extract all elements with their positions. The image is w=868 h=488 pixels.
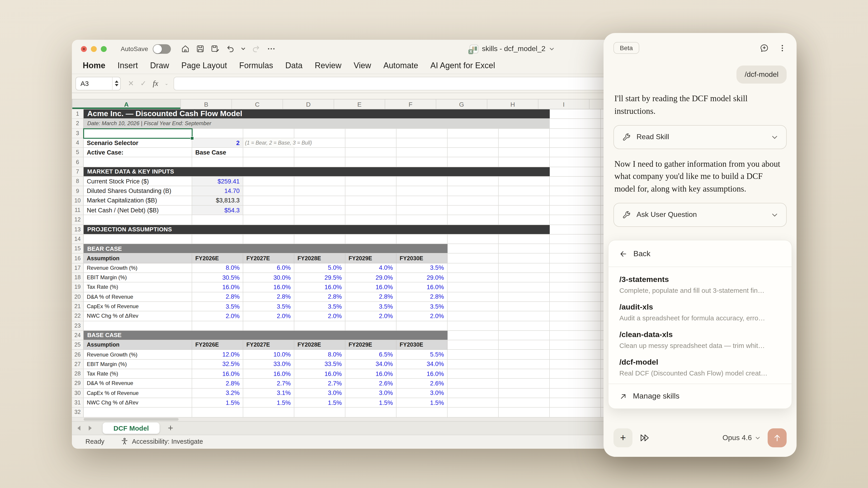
grid-cell[interactable] [447,388,499,398]
grid-cell[interactable] [192,158,243,167]
value-cell[interactable]: 29.0% [345,273,397,283]
value-cell[interactable]: 6.5% [345,350,397,360]
menu-item-view[interactable]: View [353,61,371,70]
grid-cell[interactable] [447,340,499,350]
value-cell[interactable]: 3.0% [397,388,447,398]
grid-cell[interactable] [550,302,601,312]
row-header-6[interactable]: 6 [72,158,84,167]
column-header-H[interactable]: H [487,99,538,109]
label-cell[interactable]: Revenue Growth (%) [84,263,192,273]
row-header-22[interactable]: 22 [72,311,84,321]
grid-cell[interactable] [192,408,243,417]
value-cell[interactable]: 14.70 [192,186,243,196]
manage-skills-button[interactable]: Manage skills [609,384,792,409]
grid-cell[interactable] [499,408,550,417]
skill-item-clean-data-xls[interactable]: /clean-data-xlsClean up messy spreadshee… [619,326,781,353]
grid-cell[interactable] [345,408,397,417]
row-header-18[interactable]: 18 [72,273,84,283]
grid-cell[interactable] [294,234,345,244]
grid-cell[interactable] [447,398,499,408]
label-cell[interactable]: Current Stock Price ($) [84,177,192,186]
note-cell[interactable]: (1 = Bear, 2 = Base, 3 = Bull) [243,138,294,148]
assumption-header-cell[interactable]: FY2029E [345,254,397,263]
column-header-B[interactable]: B [181,99,232,109]
row-header-7[interactable]: 7 [72,167,84,177]
grid-cell[interactable] [447,273,499,283]
grid-cell[interactable] [243,234,294,244]
value-cell[interactable]: 2.0% [397,311,447,321]
value-cell[interactable]: 34.0% [397,359,447,369]
grid-cell[interactable] [550,205,601,215]
grid-cell[interactable] [550,138,601,148]
grid-cell[interactable] [243,158,294,167]
grid-cell[interactable] [550,129,601,138]
assumption-header-cell[interactable]: FY2026E [192,340,243,350]
row-header-11[interactable]: 11 [72,205,84,215]
assumption-header-cell[interactable]: FY2027E [243,340,294,350]
value-cell[interactable]: 34.0% [345,359,397,369]
grid-cell[interactable] [499,292,550,302]
grid-cell[interactable] [447,379,499,389]
value-cell[interactable]: 3.0% [294,388,345,398]
label-cell[interactable]: Tax Rate (%) [84,369,192,379]
row-header-4[interactable]: 4 [72,138,84,148]
save-as-icon[interactable] [211,44,219,53]
undo-icon[interactable] [225,44,235,53]
grid-cell[interactable] [550,119,601,129]
grid-cell[interactable] [243,129,294,138]
value-cell[interactable]: 30.0% [243,273,294,283]
grid-cell[interactable] [397,196,447,205]
chevron-down-icon[interactable] [771,212,778,218]
grid-cell[interactable] [447,186,499,196]
grid-cell[interactable] [499,302,550,312]
menu-item-ai-agent-for-excel[interactable]: AI Agent for Excel [430,61,495,70]
grid-cell[interactable] [397,408,447,417]
grid-cell[interactable] [84,158,192,167]
grid-cell[interactable] [447,205,499,215]
grid-cell[interactable] [243,205,294,215]
grid-cell[interactable] [550,388,601,398]
grid-cell[interactable] [345,205,397,215]
value-cell[interactable]: 3.5% [345,302,397,312]
column-header-A[interactable]: A [72,99,181,109]
grid-cell[interactable] [447,196,499,205]
grid-cell[interactable] [447,177,499,186]
column-header-F[interactable]: F [385,99,436,109]
value-cell[interactable]: 16.0% [345,283,397,292]
menu-item-insert[interactable]: Insert [118,61,138,70]
section-band[interactable]: PROJECTION ASSUMPTIONS [84,225,550,234]
label-cell[interactable]: Market Capitalization ($B) [84,196,192,205]
grid-cell[interactable] [294,215,345,225]
grid-cell[interactable] [294,129,345,138]
grid-cell[interactable] [294,148,345,158]
grid-cell[interactable] [243,215,294,225]
label-cell[interactable]: EBIT Margin (%) [84,359,192,369]
value-cell[interactable]: 3.1% [243,388,294,398]
grid-cell[interactable] [499,177,550,186]
value-cell[interactable]: Base Case [192,148,243,158]
grid-cell[interactable] [84,321,192,331]
send-button[interactable] [768,428,786,447]
insert-function-icon[interactable]: fx [153,79,158,88]
grid-cell[interactable] [499,379,550,389]
grid-cell[interactable] [499,359,550,369]
grid-cell[interactable] [447,292,499,302]
assumption-header-cell[interactable]: FY2030E [397,340,447,350]
grid-cell[interactable] [447,408,499,417]
grid-cell[interactable] [447,350,499,360]
label-cell[interactable]: Net Cash / (Net Debt) ($B) [84,205,192,215]
section-band[interactable]: Acme Inc. — Discounted Cash Flow Model [84,109,550,119]
grid-cell[interactable] [447,311,499,321]
grid-cell[interactable] [345,148,397,158]
column-header-C[interactable]: C [232,99,283,109]
value-cell[interactable]: 3.5% [397,263,447,273]
grid-cell[interactable] [499,205,550,215]
grid-cell[interactable] [243,408,294,417]
value-cell[interactable]: 2.8% [397,292,447,302]
grid-cell[interactable] [397,215,447,225]
grid-cell[interactable] [550,158,601,167]
row-header-25[interactable]: 25 [72,340,84,350]
label-cell[interactable]: Revenue Growth (%) [84,350,192,360]
autosave-toggle[interactable] [153,44,170,54]
label-cell[interactable]: Active Case: [84,148,192,158]
